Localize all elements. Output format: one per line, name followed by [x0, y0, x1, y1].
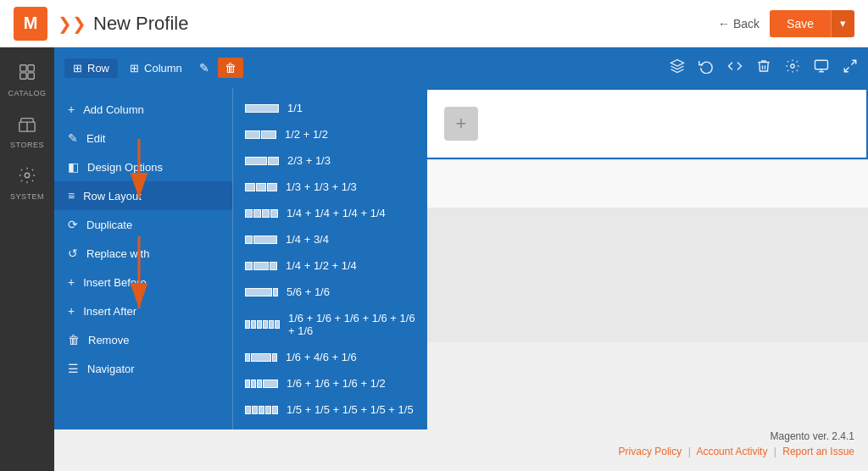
toolbar-edit-button[interactable]: ✎: [194, 58, 214, 78]
left-sidebar: CATALOG STORES SYSTEM: [0, 47, 54, 471]
trash-icon[interactable]: [756, 58, 771, 77]
magento-logo: M: [14, 7, 47, 41]
layout-option-1-4-1-2-1-4[interactable]: 1/4 + 1/2 + 1/4: [233, 252, 427, 279]
save-dropdown-button[interactable]: ▾: [831, 10, 854, 37]
edit-icon: ✎: [68, 131, 78, 145]
menu-item-navigator[interactable]: ☰ Navigator: [54, 354, 232, 383]
layout-label-1-3x3: 1/3 + 1/3 + 1/3: [286, 180, 357, 193]
main-layout: CATALOG STORES SYSTEM: [0, 47, 868, 471]
toolbar-left: ⊞ Row ⊞ Column ✎ 🗑: [64, 58, 243, 78]
row-grid-icon: ⊞: [73, 62, 82, 75]
menu-item-remove[interactable]: 🗑 Remove: [54, 325, 232, 354]
layout-option-1-2[interactable]: 1/2 + 1/2: [233, 121, 427, 147]
svg-marker-7: [671, 60, 684, 67]
menu-label-navigator: Navigator: [87, 363, 135, 375]
sidebar-item-catalog[interactable]: CATALOG: [0, 54, 54, 106]
layout-icon-1-1: [245, 104, 279, 113]
report-issue-link[interactable]: Report an Issue: [782, 446, 854, 457]
layout-option-1-3x3[interactable]: 1/3 + 1/3 + 1/3: [233, 174, 427, 200]
layout-option-1-4x4[interactable]: 1/4 + 1/4 + 1/4 + 1/4: [233, 200, 427, 226]
sidebar-label-stores: STORES: [10, 141, 44, 149]
footer-divider-2: |: [774, 446, 776, 457]
layers-icon[interactable]: [670, 58, 685, 77]
menu-label-remove: Remove: [88, 334, 129, 346]
layout-label-1-6x6: 1/6 + 1/6 + 1/6 + 1/6 + 1/6 + 1/6: [288, 312, 415, 337]
catalog-icon: [18, 63, 36, 86]
layout-option-1-5x5[interactable]: 1/5 + 1/5 + 1/5 + 1/5 + 1/5: [233, 396, 427, 423]
layout-option-2-3-1-3[interactable]: 2/3 + 1/3: [233, 147, 427, 174]
sidebar-item-stores[interactable]: STORES: [0, 106, 54, 158]
insert-after-icon: +: [68, 304, 75, 318]
layout-label-1-6-1-6-1-6-1-2: 1/6 + 1/6 + 1/6 + 1/2: [287, 377, 386, 390]
menu-item-edit[interactable]: ✎ Edit: [54, 124, 232, 152]
navigator-icon: ☰: [68, 362, 79, 375]
menu-item-row-layout[interactable]: ≡ Row Layout: [54, 181, 232, 210]
dropdown-left-menu: + Add Column ✎ Edit ◧ Design Options ≡ R…: [54, 88, 232, 429]
row-layout-icon: ≡: [68, 189, 75, 202]
svg-line-13: [844, 68, 849, 72]
expand-icon[interactable]: [843, 58, 858, 77]
layout-option-1-4-3-4[interactable]: 1/4 + 3/4: [233, 226, 427, 252]
header-actions: ← Back Save ▾: [718, 10, 854, 37]
layout-option-1-6-1-6-1-6-1-2[interactable]: 1/6 + 1/6 + 1/6 + 1/2: [233, 370, 427, 396]
menu-item-design-options[interactable]: ◧ Design Options: [54, 152, 232, 181]
menu-item-add-column[interactable]: + Add Column: [54, 95, 232, 124]
replace-icon: ↺: [68, 247, 78, 260]
back-arrow-icon: ←: [718, 17, 730, 30]
back-button[interactable]: ← Back: [718, 17, 760, 30]
code-icon[interactable]: [727, 58, 743, 77]
layout-option-1-6x6[interactable]: 1/6 + 1/6 + 1/6 + 1/6 + 1/6 + 1/6: [233, 305, 427, 344]
menu-item-insert-after[interactable]: + Insert After: [54, 296, 232, 325]
column-tag-label: Column: [144, 62, 182, 75]
layout-option-5-6-1-6[interactable]: 5/6 + 1/6: [233, 279, 427, 305]
layout-icon-1-2: [245, 130, 276, 139]
stores-icon: [18, 114, 36, 137]
layout-icon-1-4-1-2-1-4: [245, 262, 277, 270]
add-column-icon: +: [68, 103, 75, 116]
layout-option-1-1[interactable]: 1/1: [233, 95, 427, 121]
menu-label-row-layout: Row Layout: [83, 190, 142, 202]
content-area: ⊞ Row ⊞ Column ✎ 🗑: [54, 47, 868, 471]
sidebar-label-catalog: CATALOG: [8, 89, 46, 97]
gear-icon[interactable]: [785, 58, 800, 77]
menu-label-replace-with: Replace with: [86, 247, 149, 260]
menu-label-insert-before: Insert Before: [83, 276, 146, 289]
svg-rect-1: [28, 65, 34, 71]
menu-item-insert-before[interactable]: + Insert Before: [54, 268, 232, 296]
layout-icon-5-6-1-6: [245, 288, 278, 296]
layout-option-1-6-4-6-1-6[interactable]: 1/6 + 4/6 + 1/6: [233, 344, 427, 370]
layout-icon-1-6-1-6-1-6-1-2: [245, 380, 278, 388]
menu-item-replace-with[interactable]: ↺ Replace with: [54, 239, 232, 268]
footer-links: Privacy Policy | Account Activity | Repo…: [619, 446, 854, 457]
privacy-policy-link[interactable]: Privacy Policy: [619, 446, 682, 457]
remove-icon: 🗑: [68, 333, 80, 346]
sidebar-item-system[interactable]: SYSTEM: [0, 158, 54, 209]
svg-rect-3: [28, 73, 34, 79]
menu-label-add-column: Add Column: [83, 103, 144, 116]
column-tag[interactable]: ⊞ Column: [121, 58, 191, 78]
add-content-button[interactable]: +: [444, 107, 478, 141]
row-tag[interactable]: ⊞ Row: [64, 58, 118, 78]
design-options-icon: ◧: [68, 160, 79, 174]
toolbar-right: [670, 58, 858, 77]
svg-rect-9: [815, 60, 828, 69]
footer-divider-1: |: [688, 446, 691, 457]
version-text: Magento ver. 2.4.1: [619, 430, 854, 442]
layout-icon-1-4-3-4: [245, 236, 277, 244]
insert-before-icon: +: [68, 275, 75, 289]
layout-label-1-5x5: 1/5 + 1/5 + 1/5 + 1/5 + 1/5: [287, 403, 414, 416]
system-icon: [18, 166, 36, 189]
monitor-icon[interactable]: [814, 58, 829, 77]
page-footer: Magento ver. 2.4.1 Privacy Policy | Acco…: [619, 430, 854, 457]
save-button[interactable]: Save: [770, 10, 831, 37]
menu-item-duplicate[interactable]: ⟳ Duplicate: [54, 210, 232, 239]
account-activity-link[interactable]: Account Activity: [696, 446, 767, 457]
layout-label-1-6-4-6-1-6: 1/6 + 4/6 + 1/6: [286, 351, 357, 363]
layout-icon-2-3-1-3: [245, 157, 279, 165]
blue-toolbar: ⊞ Row ⊞ Column ✎ 🗑: [54, 47, 868, 88]
toolbar-delete-button[interactable]: 🗑: [218, 58, 243, 78]
svg-rect-2: [20, 73, 26, 79]
layout-label-1-4x4: 1/4 + 1/4 + 1/4 + 1/4: [287, 207, 386, 219]
undo-icon[interactable]: [698, 58, 714, 77]
save-button-group: Save ▾: [770, 10, 854, 37]
